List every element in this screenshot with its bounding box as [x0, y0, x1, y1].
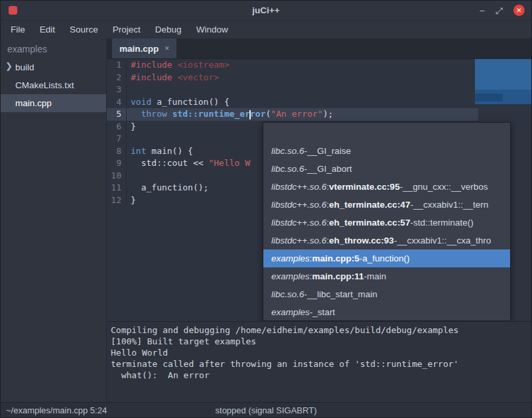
code-line[interactable]: 4void a_function() { — [107, 96, 531, 109]
menu-item-file[interactable]: File — [3, 21, 33, 38]
frame-function: main — [367, 271, 386, 281]
sidebar-item-main-cpp[interactable]: main.cpp — [1, 94, 106, 112]
tab-close-icon[interactable]: × — [165, 44, 169, 53]
code-segment: std::runtime_er — [172, 109, 250, 119]
status-debug-state: stopped (signal SIGABRT) — [1, 405, 531, 415]
stack-frame-row[interactable]: libstdc++.so.6:vterminate.cc:95 - __gnu_… — [263, 178, 510, 196]
code-segment: #include — [131, 72, 177, 82]
close-button[interactable]: ✕ — [513, 5, 525, 16]
frame-file-line: eh_terminate.cc:47 — [329, 200, 410, 210]
code-text: int main() { — [127, 145, 193, 158]
stack-frame-row[interactable]: libstdc++.so.6:eh_terminate.cc:57 - std:… — [263, 214, 510, 232]
frame-library: examples — [271, 307, 310, 317]
code-segment: void — [131, 97, 151, 107]
file-tree: ❯buildCMakeLists.txtmain.cpp — [1, 58, 106, 112]
frame-function: __libc_start_main — [307, 289, 377, 299]
code-text — [127, 170, 131, 182]
line-number: 11 — [107, 182, 127, 194]
line-number: 12 — [107, 194, 127, 207]
maximize-button[interactable]: ⤢ — [496, 6, 503, 15]
frame-library: libc.so.6 — [271, 164, 304, 174]
frame-library: libc.so.6 — [271, 146, 304, 156]
sidebar-header: examples — [1, 40, 106, 58]
line-number: 3 — [107, 84, 127, 96]
minimize-button[interactable]: − — [480, 6, 485, 15]
main-area: examples ❯buildCMakeLists.txtmain.cpp ma… — [1, 38, 531, 402]
code-segment: ); — [323, 109, 334, 119]
debug-tooltip-chip — [475, 94, 503, 102]
code-segment: } — [131, 195, 136, 205]
frame-function: __cxxabiv1::__cxa_thro — [397, 236, 491, 245]
code-line[interactable]: 3 — [107, 84, 531, 96]
tab-main-cpp[interactable]: main.cpp× — [112, 38, 176, 58]
code-segment: #include — [131, 60, 177, 70]
file-tree-sidebar: examples ❯buildCMakeLists.txtmain.cpp — [1, 38, 107, 402]
sidebar-item-cmakelists-txt[interactable]: CMakeLists.txt — [1, 76, 106, 94]
frame-file-line: main.cpp:5 — [312, 253, 360, 263]
editor-column: main.cpp× 1#include <iostream>2#include … — [107, 38, 531, 402]
code-segment: int — [131, 146, 146, 156]
code-line[interactable]: 2#include <vector> — [107, 72, 531, 84]
terminal-line: what(): An error — [111, 370, 527, 381]
stack-frame-row[interactable]: libc.so.6 - __libc_start_main — [263, 285, 510, 303]
line-number: 2 — [107, 72, 127, 84]
menu-item-source[interactable]: Source — [62, 21, 105, 38]
line-number: 10 — [107, 170, 127, 182]
tab-label: main.cpp — [119, 44, 159, 54]
code-segment: std::cout << — [131, 158, 208, 168]
frame-function: __gnu_cxx::__verbos — [403, 182, 488, 192]
sidebar-item-label: build — [15, 62, 34, 72]
menu-item-window[interactable]: Window — [189, 21, 235, 38]
tabbar: main.cpp× — [107, 38, 531, 59]
frame-file-line: main.cpp:11 — [312, 271, 364, 281]
code-text: #include <vector> — [127, 72, 219, 84]
code-segment: a_function(); — [131, 182, 208, 192]
code-text: std::cout << "Hello W — [127, 157, 250, 170]
frame-file-line: eh_throw.cc:93 — [329, 236, 394, 245]
debug-tooltip-panel — [475, 59, 531, 104]
menu-item-debug[interactable]: Debug — [148, 21, 189, 38]
line-number: 7 — [107, 133, 127, 145]
chevron-right-icon[interactable]: ❯ — [5, 61, 13, 71]
terminal-line: terminate called after throwing an insta… — [111, 358, 527, 370]
code-text: a_function(); — [127, 182, 208, 194]
frame-file-line: vterminate.cc:95 — [329, 182, 400, 192]
editor[interactable]: 1#include <iostream>2#include <vector>34… — [107, 59, 531, 321]
stack-frame-row[interactable]: libstdc++.so.6:eh_throw.cc:93 - __cxxabi… — [263, 232, 510, 249]
frame-library: libstdc++.so.6 — [271, 236, 326, 245]
frame-library: examples — [271, 253, 310, 263]
terminal-line: Compiling and debugging /home/eidheim/ex… — [111, 324, 527, 336]
terminal-output[interactable]: Compiling and debugging /home/eidheim/ex… — [107, 321, 531, 403]
code-segment: "An error" — [271, 109, 322, 119]
backtrace-list: libc.so.6 - __GI_raiselibc.so.6 - __GI_a… — [263, 142, 510, 321]
stack-frame-row[interactable]: libc.so.6 - __GI_raise — [263, 142, 510, 160]
frame-function: __GI_abort — [307, 164, 352, 174]
code-text — [127, 133, 131, 145]
sidebar-item-build[interactable]: ❯build — [1, 58, 106, 76]
code-text: void a_function() { — [127, 96, 230, 109]
code-text: #include <iostream> — [127, 59, 230, 72]
code-text: } — [127, 121, 136, 133]
code-line[interactable]: 1#include <iostream> — [107, 59, 531, 72]
menu-item-edit[interactable]: Edit — [33, 21, 62, 38]
frame-function: a_function() — [362, 253, 409, 263]
app-window: juCi++ − ⤢ ✕ FileEditSourceProjectDebugW… — [0, 0, 532, 418]
stack-frame-row[interactable]: libc.so.6 - __GI_abort — [263, 160, 510, 178]
backtrace-popup: libc.so.6 - __GI_raiselibc.so.6 - __GI_a… — [263, 122, 511, 321]
menubar: FileEditSourceProjectDebugWindow — [1, 21, 531, 38]
code-text: throw std::runtime_error("An error"); — [127, 108, 333, 121]
frame-function: __GI_raise — [307, 146, 351, 156]
code-segment: <vector> — [177, 72, 219, 82]
stack-frame-row[interactable]: examples:main.cpp:11 - main — [263, 267, 510, 285]
code-segment — [167, 109, 172, 119]
menu-item-project[interactable]: Project — [105, 21, 148, 38]
code-line[interactable]: 5 throw std::runtime_error("An error"); — [107, 108, 531, 121]
code-segment: throw — [141, 109, 167, 119]
frame-library: libc.so.6 — [271, 289, 304, 299]
code-segment: <iostream> — [177, 60, 229, 70]
line-number: 4 — [107, 96, 127, 109]
stack-frame-row[interactable]: libstdc++.so.6:eh_terminate.cc:47 - __cx… — [263, 196, 510, 214]
stack-frame-row[interactable]: examples:main.cpp:5 - a_function() — [263, 249, 510, 267]
line-number: 1 — [107, 59, 127, 72]
stack-frame-row[interactable]: examples - _start — [263, 303, 510, 321]
